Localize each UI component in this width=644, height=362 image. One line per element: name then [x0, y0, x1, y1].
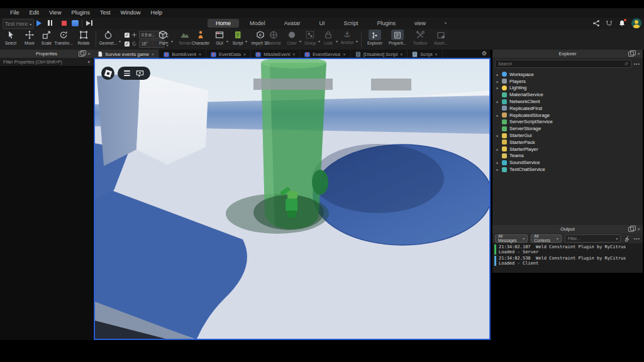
messages-filter-dropdown[interactable]: All Messages▾ — [495, 234, 528, 243]
menu-window[interactable]: Window — [115, 8, 145, 18]
expand-arrow-icon[interactable]: ▸ — [496, 85, 499, 90]
tree-item-startergui[interactable]: ▸StarterGui — [492, 132, 643, 139]
tab-plugins[interactable]: Plugins — [369, 19, 404, 28]
close-icon[interactable]: × — [343, 52, 346, 57]
menu-edit[interactable]: Edit — [25, 8, 45, 18]
more-options-icon[interactable]: ••• — [634, 62, 640, 66]
doc-tab-eventdata[interactable]: EventData × — [206, 50, 251, 58]
expand-arrow-icon[interactable]: ▸ — [496, 79, 499, 84]
avatar[interactable] — [631, 18, 641, 28]
explorer-toggle-button[interactable]: Explorer — [365, 30, 385, 45]
tree-item-soundservice[interactable]: ▸SoundService — [492, 159, 643, 166]
float-panel-icon[interactable] — [79, 52, 84, 57]
menu-help[interactable]: Help — [145, 8, 167, 18]
gui-dropdown-arrow[interactable]: ▾ — [226, 34, 228, 45]
doc-tab-disabled-script[interactable]: [Disabled] Script × — [351, 50, 408, 58]
skip-button[interactable] — [86, 20, 92, 26]
test-device-dropdown[interactable]: Test Here ▾ — [3, 19, 34, 29]
tree-item-starterpack[interactable]: ▸StarterPack — [492, 139, 643, 146]
menu-plugins[interactable]: Plugins — [66, 8, 95, 18]
properties-filter-input[interactable]: Filter Properties (Ctrl+Shift+P) ▾ — [0, 58, 93, 67]
close-icon[interactable]: × — [637, 51, 640, 57]
tree-item-workspace[interactable]: ▸Workspace — [492, 71, 643, 78]
tab-ui[interactable]: UI — [311, 19, 333, 28]
close-icon[interactable]: × — [292, 52, 295, 57]
close-icon[interactable]: × — [400, 52, 402, 57]
doc-tab-place[interactable]: Survive events game × — [93, 50, 159, 58]
part-dropdown-arrow[interactable]: ▾ — [171, 34, 173, 45]
search-input[interactable]: Search ↺ — [495, 60, 631, 68]
more-options-icon[interactable]: ••• — [634, 236, 640, 241]
tab-script[interactable]: Script — [335, 19, 366, 28]
lock-dropdown-arrow[interactable]: ▾ — [336, 34, 338, 45]
history-icon[interactable]: ↺ — [625, 62, 628, 67]
viewport-canvas[interactable] — [94, 58, 491, 340]
snap-rotate-checkbox[interactable]: ✓ — [125, 41, 130, 47]
output-filter-input[interactable]: Filter...▾ — [565, 234, 621, 243]
tree-item-starterplayer[interactable]: ▸StarterPlayer — [492, 146, 643, 153]
tree-item-lighting[interactable]: ▸Lighting — [492, 85, 643, 92]
tab-model[interactable]: Model — [242, 19, 274, 28]
transform-tool-button[interactable]: Rotate — [72, 30, 95, 45]
tree-item-networkclient[interactable]: ▸NetworkClient — [492, 98, 643, 105]
tree-item-serverscriptservice[interactable]: ▸ServerScriptService — [492, 119, 643, 126]
tree-item-serverstorage[interactable]: ▸ServerStorage — [492, 125, 643, 132]
close-icon[interactable]: × — [199, 52, 201, 57]
float-panel-icon[interactable] — [628, 52, 634, 57]
clear-output-icon[interactable] — [624, 235, 630, 242]
expand-arrow-icon[interactable]: ▸ — [496, 113, 499, 118]
team-test-button[interactable] — [72, 20, 79, 26]
play-button[interactable] — [36, 20, 42, 26]
tree-item-players[interactable]: ▸Players — [492, 78, 643, 85]
close-icon[interactable]: × — [435, 52, 438, 57]
tab-avatar[interactable]: Avatar — [276, 19, 309, 28]
gui-button[interactable]: GUI — [213, 30, 226, 45]
part-button[interactable]: Part — [155, 30, 171, 45]
move-tool-button[interactable]: Move — [21, 30, 38, 45]
hamburger-menu-icon[interactable] — [124, 70, 130, 76]
menu-test[interactable]: Test — [95, 8, 116, 18]
expand-arrow-icon[interactable]: ▸ — [496, 167, 499, 172]
pause-button[interactable] — [48, 20, 52, 26]
tab-home[interactable]: Home — [208, 19, 239, 28]
color-button[interactable]: Color — [284, 30, 299, 45]
select-tool-button[interactable]: Select — [2, 30, 19, 45]
rotate-tool-button[interactable]: Transfor... — [55, 30, 72, 45]
float-panel-icon[interactable] — [628, 227, 634, 232]
properties-toggle-button[interactable]: Properti... — [386, 30, 409, 45]
geometric-dropdown-arrow[interactable]: ▾ — [119, 34, 121, 45]
expand-arrow-icon[interactable]: ▸ — [496, 72, 499, 77]
share-icon[interactable] — [592, 19, 600, 27]
material-button[interactable]: Material — [264, 30, 284, 45]
doc-tab-script[interactable]: Script × — [408, 50, 442, 58]
toolbox-button[interactable]: Toolbox — [410, 30, 430, 45]
tree-item-replicatedfirst[interactable]: ▸ReplicatedFirst — [492, 105, 643, 112]
tree-item-materialservice[interactable]: ▸MaterialService — [492, 91, 643, 98]
notifications-button[interactable] — [618, 19, 626, 27]
character-button[interactable]: Character — [189, 30, 213, 45]
collaborate-icon[interactable] — [606, 20, 613, 27]
expand-arrow-icon[interactable]: ▸ — [496, 99, 499, 104]
anchor-dropdown-arrow[interactable]: ▾ — [356, 34, 358, 45]
color-dropdown-arrow[interactable]: ▾ — [299, 34, 301, 45]
close-icon[interactable]: × — [243, 52, 246, 57]
close-icon[interactable]: × — [152, 52, 154, 57]
roblox-menu-button[interactable] — [101, 67, 114, 80]
tree-item-textchatservice[interactable]: ▸TextChatService — [492, 166, 643, 173]
group-button[interactable]: Group — [302, 30, 318, 45]
gear-icon[interactable]: ⚙ — [482, 50, 487, 57]
snap-move-checkbox[interactable]: ✓ — [125, 33, 130, 38]
close-icon[interactable]: × — [87, 51, 91, 57]
tree-item-teams[interactable]: ▸Teams — [492, 153, 643, 160]
anchor-button[interactable]: ⚓ Anchor — [338, 30, 356, 45]
tab-overflow[interactable]: • — [436, 19, 455, 28]
expand-arrow-icon[interactable]: ▸ — [496, 133, 499, 138]
scale-tool-button[interactable]: Scale — [38, 30, 55, 45]
stop-button[interactable] — [62, 21, 67, 26]
script-button[interactable]: Script — [230, 30, 245, 45]
script-dropdown-arrow[interactable]: ▾ — [245, 34, 247, 45]
menu-file[interactable]: File — [5, 8, 25, 18]
expand-arrow-icon[interactable]: ▸ — [496, 147, 499, 151]
expand-arrow-icon[interactable]: ▸ — [496, 160, 499, 165]
contexts-filter-dropdown[interactable]: All Contexts▾ — [531, 234, 562, 243]
